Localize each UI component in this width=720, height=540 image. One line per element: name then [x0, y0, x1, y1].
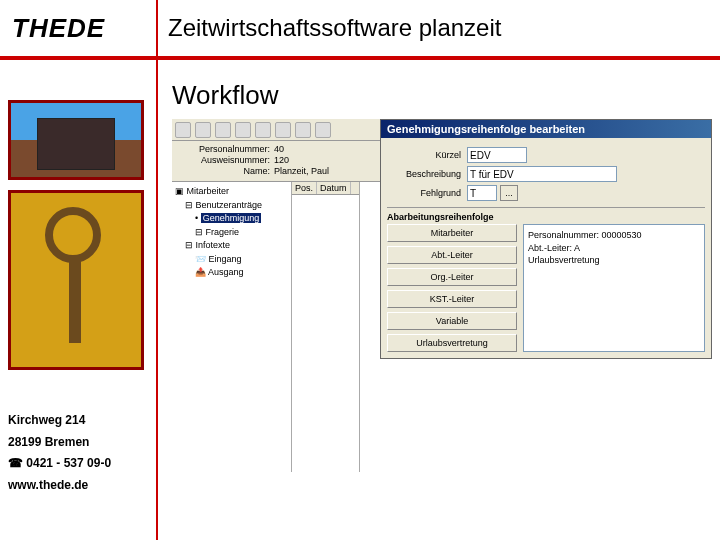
- mitarbeiter-button[interactable]: Mitarbeiter: [387, 224, 517, 242]
- grid-col-pos[interactable]: Pos.: [292, 182, 317, 194]
- toolbar-button[interactable]: [235, 122, 251, 138]
- info-personalnummer: Personalnummer: 00000530: [528, 229, 700, 242]
- divider-horizontal: [0, 56, 720, 60]
- sequence-section-label: Abarbeitungsreihenfolge: [387, 207, 705, 224]
- building-photo: [8, 100, 144, 180]
- tree-pane[interactable]: ▣ Mitarbeiter ⊟ Benutzeranträge • Genehm…: [172, 182, 292, 472]
- kstleiter-button[interactable]: KST.-Leiter: [387, 290, 517, 308]
- info-panel: Personalnummer: 00000530 Abt.-Leiter: A …: [523, 224, 705, 352]
- fehlgrund-input[interactable]: [467, 185, 497, 201]
- fehlgrund-browse-button[interactable]: ...: [500, 185, 518, 201]
- variable-button[interactable]: Variable: [387, 312, 517, 330]
- brand-logo: THEDE: [12, 13, 152, 44]
- key-photo: [8, 190, 144, 370]
- approval-dialog: Genehmigungsreihenfolge bearbeiten Kürze…: [380, 119, 712, 359]
- personalnummer-label: Personalnummer:: [178, 144, 270, 154]
- toolbar-button[interactable]: [195, 122, 211, 138]
- abtleiter-button[interactable]: Abt.-Leiter: [387, 246, 517, 264]
- name-value: Planzeit, Paul: [274, 166, 329, 176]
- app-screenshot: Personalnummer:40 Ausweisnummer:120 Name…: [172, 119, 712, 499]
- info-urlaubsvertretung: Urlaubsvertretung: [528, 254, 700, 267]
- contact-block: Kirchweg 214 28199 Bremen ☎ 0421 - 537 0…: [8, 410, 148, 496]
- kuerzel-input[interactable]: [467, 147, 527, 163]
- toolbar-button[interactable]: [175, 122, 191, 138]
- ausweisnummer-value: 120: [274, 155, 289, 165]
- info-abtleiter: Abt.-Leiter: A: [528, 242, 700, 255]
- dialog-title: Genehmigungsreihenfolge bearbeiten: [381, 120, 711, 138]
- toolbar-button[interactable]: [215, 122, 231, 138]
- address-city: 28199 Bremen: [8, 432, 148, 454]
- tree-root[interactable]: ▣ Mitarbeiter: [175, 185, 288, 199]
- fehlgrund-label: Fehlgrund: [387, 188, 467, 198]
- orgleiter-button[interactable]: Org.-Leiter: [387, 268, 517, 286]
- toolbar-button[interactable]: [275, 122, 291, 138]
- slide-title: Zeitwirtschaftssoftware planzeit: [152, 14, 708, 42]
- tree-node[interactable]: ⊟ Infotexte: [175, 239, 288, 253]
- address-street: Kirchweg 214: [8, 410, 148, 432]
- grid-pane: Pos. Datum: [292, 182, 360, 472]
- address-web: www.thede.de: [8, 475, 148, 497]
- toolbar-button[interactable]: [255, 122, 271, 138]
- name-label: Name:: [178, 166, 270, 176]
- tree-node[interactable]: 📤 Ausgang: [175, 266, 288, 280]
- toolbar-button[interactable]: [295, 122, 311, 138]
- toolbar-button[interactable]: [315, 122, 331, 138]
- tree-node-selected[interactable]: • Genehmigung: [175, 212, 288, 226]
- address-phone: ☎ 0421 - 537 09-0: [8, 453, 148, 475]
- beschreibung-label: Beschreibung: [387, 169, 467, 179]
- tree-node[interactable]: 📨 Eingang: [175, 253, 288, 267]
- tree-node[interactable]: ⊟ Fragerie: [175, 226, 288, 240]
- section-heading: Workflow: [172, 80, 712, 111]
- divider-vertical: [156, 0, 158, 540]
- grid-col-datum[interactable]: Datum: [317, 182, 351, 194]
- ausweisnummer-label: Ausweisnummer:: [178, 155, 270, 165]
- tree-node[interactable]: ⊟ Benutzeranträge: [175, 199, 288, 213]
- personalnummer-value: 40: [274, 144, 284, 154]
- urlaubsvertretung-button[interactable]: Urlaubsvertretung: [387, 334, 517, 352]
- beschreibung-input[interactable]: [467, 166, 617, 182]
- kuerzel-label: Kürzel: [387, 150, 467, 160]
